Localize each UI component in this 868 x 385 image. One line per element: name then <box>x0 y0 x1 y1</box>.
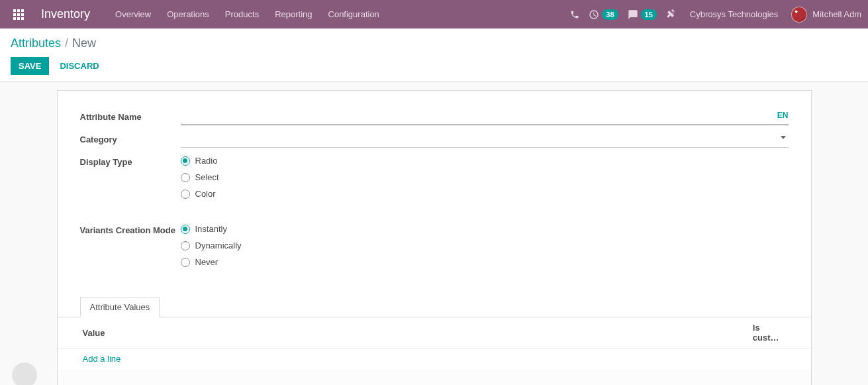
radio-selected-icon <box>181 156 190 166</box>
form-sheet: Attribute Name EN Category Display Type <box>57 90 812 385</box>
module-brand[interactable]: Inventory <box>41 7 90 21</box>
menu-reporting[interactable]: Reporting <box>268 0 318 28</box>
radio-selected-icon <box>181 225 190 234</box>
variants-mode-radio-group: Instantly Dynamically Never <box>181 223 789 267</box>
discard-button[interactable]: DISCARD <box>52 57 107 75</box>
variants-mode-option-dynamically[interactable]: Dynamically <box>181 241 789 250</box>
label-attribute-name: Attribute Name <box>80 109 181 122</box>
company-switcher[interactable]: Cybrosys Technologies <box>686 9 782 19</box>
user-name: Mitchell Adm <box>812 9 861 19</box>
navbar: Inventory Overview Operations Products R… <box>0 0 868 28</box>
menu-configuration[interactable]: Configuration <box>322 0 386 28</box>
radio-unselected-icon <box>181 241 190 250</box>
apps-grid-icon <box>13 9 24 20</box>
label-variants-mode: Variants Creation Mode <box>80 223 181 235</box>
tab-attribute-values[interactable]: Attribute Values <box>80 297 160 317</box>
radio-unselected-icon <box>181 190 190 199</box>
attribute-name-input[interactable] <box>181 109 789 125</box>
category-dropdown-input[interactable] <box>181 132 789 148</box>
label-category: Category <box>80 132 181 144</box>
chevron-down-icon[interactable] <box>781 136 786 139</box>
user-avatar-icon <box>791 7 807 23</box>
add-line-link[interactable]: Add a line <box>83 354 121 364</box>
messages-icon[interactable]: 15 <box>628 0 657 28</box>
radio-unselected-icon <box>181 258 190 267</box>
activity-count-badge: 38 <box>602 9 618 20</box>
debug-icon[interactable] <box>666 0 677 28</box>
menu-operations[interactable]: Operations <box>160 0 216 28</box>
variants-mode-option-never[interactable]: Never <box>181 257 789 267</box>
save-button[interactable]: SAVE <box>11 57 49 75</box>
language-tag-button[interactable]: EN <box>777 111 789 120</box>
activity-icon[interactable]: 38 <box>589 0 618 28</box>
menu-overview[interactable]: Overview <box>109 0 158 28</box>
radio-unselected-icon <box>181 173 190 182</box>
breadcrumb-current: New <box>72 36 96 50</box>
user-menu[interactable]: Mitchell Adm <box>791 7 861 23</box>
breadcrumb-separator: / <box>65 36 68 50</box>
column-header-is-custom[interactable]: Is cust… <box>728 317 811 349</box>
attribute-values-table: Value Is cust… Add a line <box>58 317 811 385</box>
variants-mode-option-instantly[interactable]: Instantly <box>181 224 789 234</box>
breadcrumb: Attributes / New <box>11 36 857 50</box>
breadcrumb-parent-link[interactable]: Attributes <box>11 36 61 50</box>
display-type-radio-group: Radio Select Color <box>181 154 789 199</box>
main-menu: Overview Operations Products Reporting C… <box>109 0 386 28</box>
messages-count-badge: 15 <box>641 9 657 20</box>
menu-products[interactable]: Products <box>218 0 265 28</box>
column-header-value[interactable]: Value <box>58 317 728 349</box>
display-type-option-select[interactable]: Select <box>181 172 789 182</box>
notebook-tabs: Attribute Values <box>58 296 811 317</box>
display-type-option-color[interactable]: Color <box>181 189 789 199</box>
display-type-option-radio[interactable]: Radio <box>181 156 789 166</box>
label-display-type: Display Type <box>80 154 181 167</box>
apps-menu-icon[interactable] <box>7 0 30 28</box>
control-panel: Attributes / New SAVE DISCARD <box>0 28 868 82</box>
chat-window-avatar[interactable] <box>12 362 37 385</box>
phone-icon[interactable] <box>570 0 579 28</box>
